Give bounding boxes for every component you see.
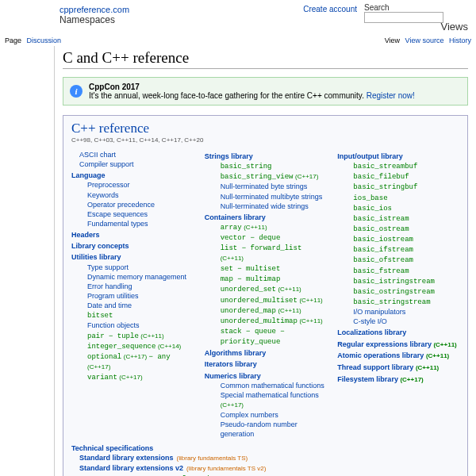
link-function-objects[interactable]: Function objects: [71, 321, 194, 330]
link-escape-sequences[interactable]: Escape sequences: [71, 209, 194, 219]
views-heading: Views: [441, 21, 468, 33]
announce-title: CppCon 2017: [89, 83, 140, 91]
link-strings-library[interactable]: Strings library: [205, 152, 327, 161]
link-cstyle-io[interactable]: C-style I/O: [337, 317, 459, 326]
link-library-concepts[interactable]: Library concepts: [71, 241, 194, 251]
namespaces-heading: Namespaces: [60, 14, 115, 25]
link-ntbs[interactable]: Null-terminated byte strings: [205, 182, 327, 191]
link-regex[interactable]: Regular expressions library: [337, 340, 432, 348]
link-optional[interactable]: optional: [87, 353, 121, 361]
link-complex[interactable]: Complex numbers: [205, 410, 327, 420]
tab-discussion[interactable]: Discussion: [27, 36, 62, 44]
link-vector-deque[interactable]: vector − deque: [221, 234, 281, 242]
link-basic-ofstream[interactable]: basic_ofstream: [353, 256, 413, 264]
link-thread[interactable]: Thread support library: [337, 363, 413, 371]
link-preprocessor[interactable]: Preprocessor: [71, 180, 194, 190]
cpp-col-3: Input/output library basic_streambuf bas…: [337, 150, 459, 439]
link-stack-queue[interactable]: stack − queue − priority_queue: [221, 328, 285, 346]
link-bitset[interactable]: bitset: [87, 312, 113, 320]
link-algorithms[interactable]: Algorithms library: [205, 348, 327, 358]
register-link[interactable]: Register now!: [367, 91, 415, 100]
tab-view[interactable]: View: [385, 36, 400, 44]
link-array[interactable]: array: [221, 224, 242, 232]
cpp-col-1: ASCII chart Compiler support Language Pr…: [71, 150, 194, 439]
link-variant[interactable]: variant: [87, 374, 117, 382]
link-set[interactable]: set − multiset: [221, 265, 281, 273]
cpp-standards: C++98, C++03, C++11, C++14, C++17, C++20: [71, 136, 459, 144]
link-basic-streambuf[interactable]: basic_streambuf: [353, 163, 417, 171]
link-lib-ext-v2[interactable]: Standard library extensions v2: [79, 464, 183, 472]
link-basic-ostringstream[interactable]: basic_ostringstream: [353, 288, 435, 296]
link-error-handling[interactable]: Error handling: [71, 282, 194, 291]
link-basic-ifstream[interactable]: basic_ifstream: [353, 246, 413, 254]
link-tech-specs[interactable]: Technical specifications: [71, 443, 459, 453]
link-type-support[interactable]: Type support: [71, 263, 194, 272]
link-ascii-chart[interactable]: ASCII chart: [71, 150, 194, 159]
cpp-col-2: Strings library basic_string basic_strin…: [205, 150, 327, 439]
link-numerics[interactable]: Numerics library: [205, 371, 327, 381]
link-containers[interactable]: Containers library: [205, 213, 327, 222]
link-headers[interactable]: Headers: [71, 230, 194, 240]
info-icon: i: [70, 85, 83, 98]
link-ios-base[interactable]: ios_base: [353, 194, 387, 202]
link-basic-stringstream[interactable]: basic_stringstream: [353, 298, 430, 306]
link-filesystem[interactable]: Filesystem library: [337, 375, 398, 383]
link-list[interactable]: list − forward_list: [221, 244, 302, 252]
link-program-utilities[interactable]: Program utilities: [71, 291, 194, 301]
link-compiler-support[interactable]: Compiler support: [71, 159, 194, 169]
announcement-box: i CppCon 2017 It's the annual, week-long…: [63, 77, 468, 106]
link-basic-ostream[interactable]: basic_ostream: [353, 225, 409, 233]
announce-text: It's the annual, week-long face-to-face …: [89, 91, 364, 100]
view-tabs: View View source History: [382, 36, 471, 44]
main-content: C and C++ reference i CppCon 2017 It's t…: [54, 46, 476, 476]
tech-specs: Technical specifications Standard librar…: [71, 443, 459, 476]
link-special-math[interactable]: Special mathematical functions: [221, 391, 319, 399]
link-basic-stringbuf[interactable]: basic_stringbuf: [353, 183, 417, 191]
tab-page[interactable]: Page: [5, 36, 21, 44]
link-basic-iostream[interactable]: basic_iostream: [353, 236, 413, 244]
link-ummap[interactable]: unordered_multimap: [221, 317, 298, 325]
link-uset[interactable]: unordered_set: [221, 286, 276, 294]
link-operator-precedence[interactable]: Operator precedence: [71, 200, 194, 209]
link-basic-ios[interactable]: basic_ios: [353, 205, 392, 213]
link-umset[interactable]: unordered_multiset: [221, 297, 298, 305]
link-any[interactable]: − any: [149, 353, 171, 361]
link-ntws[interactable]: Null-terminated wide strings: [205, 202, 327, 211]
link-basic-string-view[interactable]: basic_string_view: [221, 173, 294, 181]
cpp-reference-title[interactable]: C++ reference: [71, 121, 459, 136]
link-common-math[interactable]: Common mathematical functions: [205, 381, 327, 390]
page-tabs: Page Discussion: [5, 36, 64, 44]
link-umap[interactable]: unordered_map: [221, 307, 276, 315]
tab-history[interactable]: History: [449, 36, 471, 44]
link-keywords[interactable]: Keywords: [71, 190, 194, 200]
link-date-time[interactable]: Date and time: [71, 301, 194, 310]
link-pair-tuple[interactable]: pair − tuple: [87, 332, 139, 340]
link-io-manipulators[interactable]: I/O manipulators: [337, 307, 459, 317]
link-atomic[interactable]: Atomic operations library: [337, 351, 424, 359]
link-iterators[interactable]: Iterators library: [205, 359, 327, 369]
link-basic-fstream[interactable]: basic_fstream: [353, 267, 409, 275]
namespace-tabs: Namespaces: [60, 14, 115, 25]
search-label: Search: [364, 3, 390, 12]
link-prng[interactable]: Pseudo-random number generation: [205, 420, 327, 439]
tab-view-source[interactable]: View source: [405, 36, 444, 44]
create-account-link[interactable]: Create account: [303, 5, 357, 13]
link-dynamic-memory[interactable]: Dynamic memory management: [71, 272, 194, 282]
link-basic-istringstream[interactable]: basic_istringstream: [353, 278, 435, 286]
page-title: C and C++ reference: [63, 49, 468, 69]
cpp-reference-box: C++ reference C++98, C++03, C++11, C++14…: [63, 115, 468, 476]
link-utilities[interactable]: Utilities library: [71, 252, 194, 262]
link-map[interactable]: map − multimap: [221, 275, 281, 283]
site-name-link[interactable]: cppreference.com: [60, 5, 129, 14]
link-lib-ext[interactable]: Standard library extensions: [79, 454, 174, 462]
link-fundamental-types[interactable]: Fundamental types: [71, 219, 194, 228]
link-basic-istream[interactable]: basic_istream: [353, 215, 409, 223]
link-basic-filebuf[interactable]: basic_filebuf: [353, 173, 409, 181]
link-ntms[interactable]: Null-terminated multibyte strings: [205, 192, 327, 202]
link-io-library[interactable]: Input/output library: [337, 152, 459, 161]
search-input[interactable]: [364, 12, 443, 23]
link-basic-string[interactable]: basic_string: [221, 163, 272, 171]
link-language[interactable]: Language: [71, 171, 194, 180]
link-localizations[interactable]: Localizations library: [337, 328, 459, 337]
link-integer-sequence[interactable]: integer_sequence: [87, 343, 155, 351]
